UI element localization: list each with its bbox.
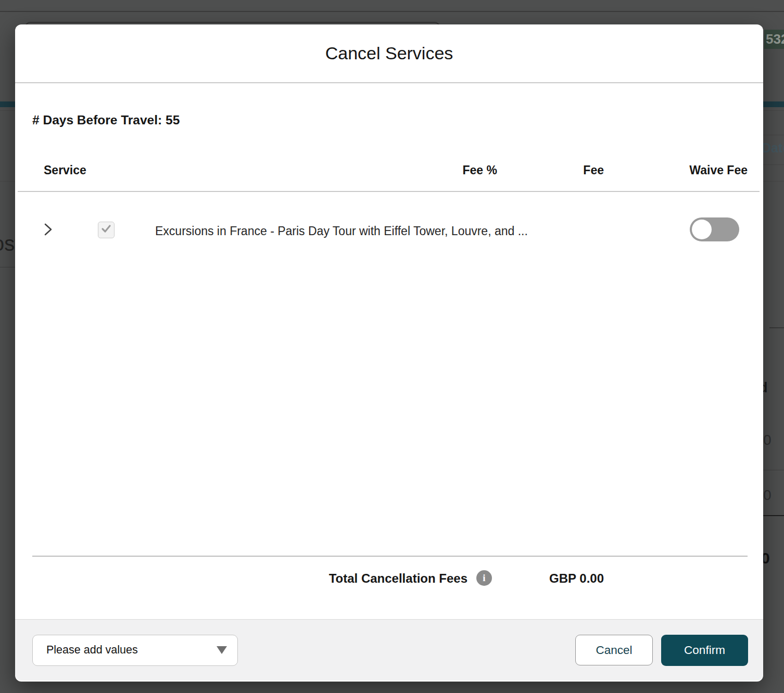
background-date-column-header: Date [762, 140, 784, 156]
toggle-knob [692, 220, 712, 239]
confirm-button[interactable]: Confirm [661, 635, 748, 666]
modal-body: # Days Before Travel: 55 Service Fee % F… [15, 83, 763, 619]
days-before-travel-label: # Days Before Travel: [32, 113, 162, 127]
info-icon[interactable]: i [476, 570, 492, 586]
total-divider [32, 556, 748, 557]
services-table-header: Service Fee % Fee Waive Fee [15, 163, 763, 177]
footer-buttons: Cancel Confirm [575, 635, 748, 666]
caret-down-icon [217, 646, 227, 654]
days-before-travel-value: 55 [166, 113, 180, 127]
service-name: Excursions in France - Paris Day Tour wi… [155, 224, 528, 238]
cancel-services-modal: Cancel Services # Days Before Travel: 55… [15, 24, 763, 682]
reason-dropdown[interactable]: Please add values [32, 635, 238, 666]
background-divider [0, 11, 784, 12]
check-icon [101, 224, 111, 236]
background-divider [0, 267, 15, 267]
reason-dropdown-value: Please add values [46, 644, 138, 657]
total-cancellation-fees-value: GBP 0.00 [549, 571, 604, 586]
service-checkbox[interactable] [98, 222, 115, 238]
column-header-waive-fee: Waive Fee [604, 163, 748, 177]
modal-title: Cancel Services [325, 43, 453, 63]
waive-fee-toggle[interactable] [690, 217, 739, 241]
column-header-fee: Fee [497, 163, 604, 177]
modal-header: Cancel Services [15, 24, 763, 83]
background-partial-value: 0 [763, 487, 772, 504]
background-count-badge: 532 [764, 30, 784, 49]
background-partial-value: 0 [763, 432, 772, 448]
column-header-fee-percent: Fee % [424, 163, 497, 177]
chevron-right-icon[interactable] [42, 222, 54, 237]
column-header-service: Service [44, 163, 424, 177]
background-table-border [769, 327, 784, 328]
days-before-travel: # Days Before Travel: 55 [32, 113, 180, 127]
total-cancellation-fees-label: Total Cancellation Fees [329, 571, 467, 586]
modal-footer: Please add values Cancel Confirm [15, 619, 763, 681]
cancel-button[interactable]: Cancel [575, 635, 653, 665]
table-header-divider [18, 191, 760, 192]
